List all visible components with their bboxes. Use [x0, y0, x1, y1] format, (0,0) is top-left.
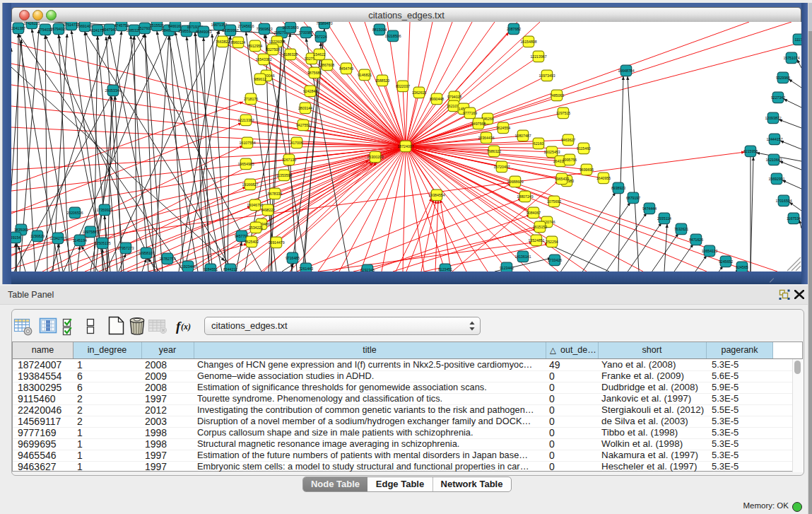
svg-text:8938923: 8938923 — [611, 186, 625, 190]
svg-text:2718176: 2718176 — [244, 97, 258, 101]
svg-text:989612: 989612 — [254, 77, 266, 81]
svg-text:17359924: 17359924 — [96, 208, 112, 212]
svg-text:1292345: 1292345 — [360, 268, 375, 271]
svg-text:8344212: 8344212 — [223, 267, 237, 271]
svg-text:16782759: 16782759 — [159, 257, 175, 261]
svg-text:4947941: 4947941 — [102, 28, 117, 32]
svg-text:2867608: 2867608 — [320, 63, 334, 67]
svg-text:20053346: 20053346 — [105, 88, 121, 93]
svg-text:(x): (x) — [181, 322, 191, 332]
svg-text:9284551: 9284551 — [204, 267, 218, 271]
svg-text:12213967: 12213967 — [530, 54, 546, 59]
svg-text:1733426: 1733426 — [548, 258, 562, 262]
svg-text:10025453: 10025453 — [543, 150, 560, 154]
svg-text:357224: 357224 — [314, 35, 326, 39]
svg-text:1615152: 1615152 — [533, 225, 547, 229]
svg-text:19218506: 19218506 — [384, 34, 401, 38]
svg-text:23359997: 23359997 — [222, 28, 238, 33]
svg-text:7663822: 7663822 — [216, 40, 230, 44]
svg-text:9115460: 9115460 — [577, 146, 591, 151]
svg-text:9699695: 9699695 — [579, 168, 594, 172]
svg-text:16053809: 16053809 — [282, 25, 298, 30]
svg-text:10654112: 10654112 — [702, 249, 718, 253]
svg-text:15692991: 15692991 — [768, 177, 784, 181]
svg-text:1835061: 1835061 — [14, 228, 28, 232]
svg-text:9329966: 9329966 — [776, 76, 790, 80]
svg-text:9427552: 9427552 — [296, 123, 310, 127]
svg-text:8990448: 8990448 — [430, 97, 444, 101]
svg-text:1075692: 1075692 — [547, 199, 561, 204]
svg-text:17957273: 17957273 — [117, 246, 134, 250]
svg-text:9327508: 9327508 — [266, 47, 280, 52]
svg-text:8123451: 8123451 — [438, 267, 452, 271]
svg-text:7986322: 7986322 — [487, 149, 501, 153]
svg-text:16210643: 16210643 — [765, 158, 782, 162]
svg-text:95794020: 95794020 — [50, 27, 66, 31]
svg-text:9242848: 9242848 — [303, 89, 317, 93]
svg-text:1362615: 1362615 — [412, 90, 426, 95]
svg-text:10973493: 10973493 — [539, 74, 555, 78]
svg-text:9716485: 9716485 — [286, 256, 300, 260]
svg-text:18807249: 18807249 — [517, 194, 533, 199]
svg-text:12213382: 12213382 — [237, 118, 254, 122]
svg-text:16154808: 16154808 — [520, 40, 536, 44]
svg-text:9794028: 9794028 — [447, 95, 461, 99]
svg-text:75589470: 75589470 — [316, 22, 332, 25]
svg-text:73569823: 73569823 — [256, 27, 272, 31]
svg-text:9146821: 9146821 — [358, 73, 372, 77]
svg-text:10975867: 10975867 — [82, 230, 98, 234]
svg-text:2803144: 2803144 — [298, 106, 312, 110]
svg-text:1995756: 1995756 — [563, 158, 577, 162]
svg-text:11353594: 11353594 — [276, 173, 293, 177]
svg-text:5700987: 5700987 — [299, 30, 313, 35]
svg-text:39154: 39154 — [11, 235, 20, 240]
svg-text:16648784: 16648784 — [618, 69, 634, 73]
svg-text:6466160: 6466160 — [168, 24, 182, 28]
svg-text:9084067: 9084067 — [526, 211, 541, 215]
svg-text:3498222: 3498222 — [261, 208, 275, 212]
svg-text:3624554: 3624554 — [496, 126, 510, 130]
svg-text:1588520: 1588520 — [375, 78, 389, 83]
svg-text:1117: 1117 — [795, 37, 801, 42]
svg-text:7261443: 7261443 — [299, 267, 313, 271]
svg-text:9463627: 9463627 — [561, 138, 575, 142]
svg-text:13226058: 13226058 — [269, 40, 285, 44]
svg-text:25300203: 25300203 — [367, 155, 383, 159]
svg-text:9123442: 9123442 — [500, 266, 514, 270]
svg-text:6497568: 6497568 — [471, 122, 486, 126]
svg-text:7515526: 7515526 — [150, 23, 164, 28]
svg-text:16107554: 16107554 — [239, 141, 255, 145]
svg-text:16543382: 16543382 — [255, 57, 271, 62]
svg-text:8186328: 8186328 — [283, 52, 298, 57]
svg-text:9474444: 9474444 — [642, 206, 657, 211]
svg-text:8322037: 8322037 — [396, 84, 410, 88]
svg-text:3875685: 3875685 — [307, 71, 322, 75]
svg-text:8912954: 8912954 — [248, 44, 262, 48]
svg-text:12444157: 12444157 — [766, 137, 782, 141]
svg-text:924565: 924565 — [736, 265, 748, 269]
svg-text:16914479: 16914479 — [268, 240, 284, 245]
svg-text:37426225: 37426225 — [23, 22, 40, 25]
svg-text:8454749: 8454749 — [339, 66, 353, 71]
svg-text:2087682: 2087682 — [507, 27, 521, 31]
svg-text:10688609: 10688609 — [507, 180, 523, 184]
svg-text:8813094: 8813094 — [372, 28, 387, 32]
svg-text:9227342: 9227342 — [771, 95, 785, 100]
svg-text:1167534: 1167534 — [787, 216, 801, 221]
svg-text:2935114: 2935114 — [657, 216, 671, 221]
svg-text:1145194: 1145194 — [73, 238, 87, 243]
svg-text:3745752: 3745752 — [114, 23, 129, 28]
svg-text:19166827: 19166827 — [242, 182, 258, 187]
svg-text:1156829: 1156829 — [30, 234, 45, 238]
svg-text:12342737: 12342737 — [49, 236, 66, 240]
svg-text:16046798: 16046798 — [247, 203, 263, 207]
svg-text:9245652: 9245652 — [719, 259, 733, 264]
svg-text:1534221: 1534221 — [249, 226, 263, 230]
svg-text:8471626: 8471626 — [689, 238, 703, 242]
svg-text:2041387: 2041387 — [11, 26, 25, 30]
svg-text:10958107: 10958107 — [138, 251, 154, 255]
svg-text:6879197: 6879197 — [626, 196, 640, 200]
svg-text:14136141: 14136141 — [514, 255, 531, 259]
svg-text:7485063: 7485063 — [550, 93, 564, 98]
svg-text:5678334: 5678334 — [268, 192, 282, 196]
